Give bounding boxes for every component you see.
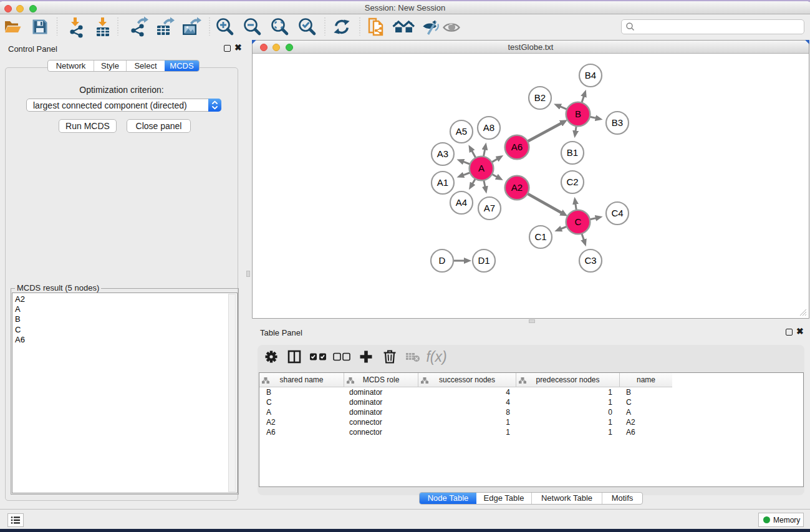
svg-text:B3: B3	[612, 117, 623, 128]
svg-text:A5: A5	[456, 126, 467, 137]
svg-text:f(x): f(x)	[426, 349, 446, 365]
svg-text:B4: B4	[585, 70, 596, 80]
svg-text:D: D	[439, 255, 446, 266]
svg-text:A6: A6	[511, 142, 523, 152]
svg-text:A2: A2	[511, 182, 523, 193]
svg-text:A8: A8	[483, 122, 494, 133]
svg-text:B: B	[575, 109, 581, 119]
svg-text:D1: D1	[478, 255, 489, 266]
svg-text:C1: C1	[534, 231, 546, 242]
svg-text:C3: C3	[584, 255, 596, 266]
svg-text:B2: B2	[534, 92, 546, 103]
svg-text:C2: C2	[566, 177, 578, 187]
svg-text:C4: C4	[611, 208, 623, 218]
svg-text:A7: A7	[484, 203, 495, 213]
svg-text:A: A	[478, 163, 485, 173]
svg-text:A3: A3	[437, 148, 448, 159]
svg-text:A4: A4	[456, 197, 467, 208]
svg-text:C: C	[575, 216, 582, 227]
svg-text:A1: A1	[437, 177, 448, 188]
svg-text:B1: B1	[567, 147, 578, 158]
